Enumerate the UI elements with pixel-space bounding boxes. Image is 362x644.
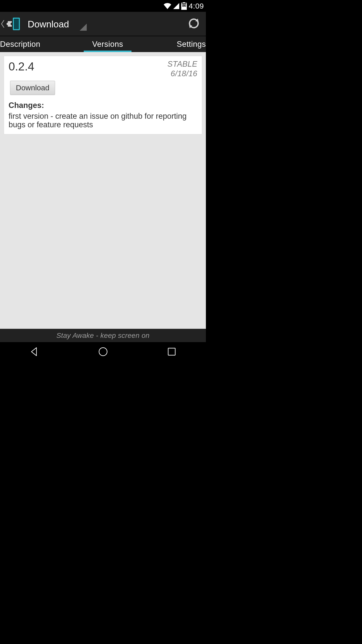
svg-rect-4 [14, 19, 19, 29]
battery-icon: 86 [181, 2, 187, 10]
refresh-button[interactable] [182, 12, 206, 36]
title-spinner[interactable]: Download [23, 12, 87, 36]
footer-hint-text: Stay Awake - keep screen on [56, 332, 150, 340]
tab-settings[interactable]: Settings [165, 36, 206, 52]
download-button[interactable]: Download [10, 81, 55, 95]
action-bar: Download [0, 12, 206, 36]
changes-heading: Changes: [9, 101, 197, 110]
content-area[interactable]: 0.2.4 STABLE 6/18/16 Download Changes: f… [0, 52, 206, 329]
tab-description[interactable]: Description [0, 36, 50, 52]
tab-label: Versions [92, 40, 123, 49]
nav-back-button[interactable] [14, 345, 55, 360]
nav-recent-button[interactable] [152, 345, 192, 360]
svg-rect-6 [168, 348, 175, 355]
wifi-icon [164, 3, 171, 9]
tab-versions[interactable]: Versions [50, 36, 165, 52]
battery-percent: 86 [182, 3, 186, 8]
footer-hint: Stay Awake - keep screen on [0, 329, 206, 342]
status-bar: 86 4:09 [0, 0, 206, 12]
back-button[interactable] [0, 12, 23, 36]
nav-home-icon [98, 347, 108, 357]
release-date: 6/18/16 [167, 69, 197, 78]
cell-signal-icon [173, 3, 179, 9]
tab-label: Description [0, 40, 40, 49]
nav-home-button[interactable] [83, 345, 123, 360]
app-puzzle-icon [6, 17, 21, 31]
nav-recent-icon [167, 347, 176, 357]
stability-label: STABLE [167, 60, 197, 69]
back-caret-icon [1, 20, 6, 28]
action-bar-title: Download [28, 19, 69, 30]
status-clock: 4:09 [189, 2, 204, 10]
svg-point-5 [99, 348, 107, 356]
system-nav-bar [0, 342, 206, 362]
changes-body: first version - create an issue on githu… [9, 112, 197, 129]
tab-label: Settings [177, 40, 206, 49]
version-number: 0.2.4 [9, 60, 34, 73]
dropdown-triangle-icon [80, 24, 87, 32]
nav-back-icon [29, 347, 39, 358]
tab-strip: Description Versions Settings [0, 36, 206, 52]
refresh-icon [188, 18, 200, 30]
version-card: 0.2.4 STABLE 6/18/16 Download Changes: f… [4, 56, 202, 134]
